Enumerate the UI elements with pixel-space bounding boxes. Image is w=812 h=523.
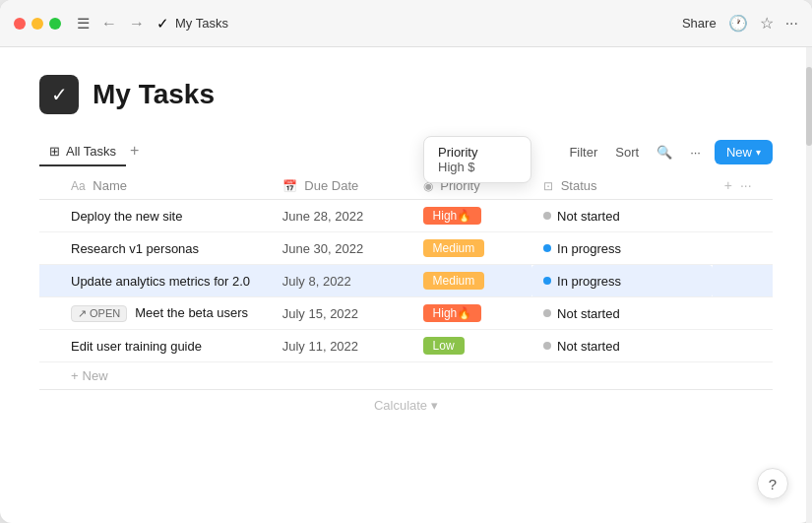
back-button[interactable]: ← [97, 13, 121, 34]
task-date-cell: June 28, 2022 [271, 200, 411, 232]
help-icon: ? [769, 476, 777, 492]
new-button[interactable]: New ▾ [715, 140, 773, 164]
page-header: ✓ My Tasks [39, 75, 773, 114]
status-value: Not started [543, 209, 701, 224]
task-priority-cell: Low [411, 330, 531, 362]
content-area: ✓ My Tasks ⊞ All Tasks + Filter Sort 🔍 ·… [0, 47, 812, 523]
task-date-cell: July 15, 2022 [271, 297, 411, 330]
status-col-icon: ⊡ [543, 179, 553, 193]
filter-button[interactable]: Filter [565, 141, 601, 163]
priority-badge: Medium [423, 239, 485, 257]
page-title: My Tasks [93, 79, 215, 110]
table-icon: ⊞ [49, 144, 60, 159]
table-row[interactable]: Deploy the new siteJune 28, 2022High🔥Not… [39, 200, 773, 232]
maximize-button[interactable] [49, 18, 61, 30]
traffic-lights [14, 18, 61, 30]
table-row[interactable]: ↗ OPENMeet the beta usersJuly 15, 2022Hi… [39, 297, 773, 330]
task-name-cell: Research v1 personas [39, 232, 271, 265]
table-row[interactable]: Research v1 personasJune 30, 2022MediumI… [39, 232, 773, 265]
titlebar: ☰ ← → ✓ My Tasks Share 🕐 ☆ ··· [0, 0, 812, 47]
task-table-container: Aa Name 📅 Due Date ◉ Priority ⊡ [39, 171, 773, 523]
add-tab-button[interactable]: + [126, 136, 143, 167]
task-actions-cell [713, 232, 773, 265]
task-actions-cell [713, 200, 773, 232]
minimize-button[interactable] [31, 18, 43, 30]
scrollbar-thumb[interactable] [806, 67, 812, 146]
calculate-button[interactable]: Calculate ▾ [39, 390, 773, 421]
th-actions: + ··· [713, 171, 773, 200]
task-name-cell: ↗ OPENMeet the beta users [39, 297, 271, 330]
priority-badge: Medium [423, 272, 485, 290]
priority-badge: High🔥 [423, 207, 482, 225]
task-date-cell: July 8, 2022 [271, 265, 411, 297]
sort-popup-subtitle: High $ [438, 160, 517, 174]
status-value: Not started [543, 339, 701, 354]
date-col-icon: 📅 [282, 179, 297, 193]
column-menu-icon[interactable]: ··· [740, 177, 752, 193]
more-menu-icon[interactable]: ··· [785, 15, 798, 33]
task-status-cell: In progress [531, 232, 713, 265]
table-row[interactable]: Update analytics metrics for 2.0July 8, … [39, 265, 773, 297]
task-priority-cell: Medium [411, 265, 531, 297]
status-col-label: Status [561, 178, 597, 193]
open-tag: ↗ OPEN [71, 305, 127, 322]
sort-popup-title: Priority [438, 145, 517, 160]
th-status: ⊡ Status [531, 171, 713, 200]
task-name: Research v1 personas [71, 241, 199, 256]
titlebar-page-title: My Tasks [175, 16, 228, 31]
forward-button[interactable]: → [125, 13, 149, 34]
share-button[interactable]: Share [682, 16, 717, 31]
status-value: Not started [543, 306, 701, 321]
add-row-icon: + [71, 368, 79, 383]
titlebar-right: Share 🕐 ☆ ··· [682, 14, 798, 33]
sort-button[interactable]: Sort [611, 141, 643, 163]
add-column-icon[interactable]: + [724, 177, 732, 193]
name-col-icon: Aa [71, 179, 86, 193]
task-priority-cell: High🔥 [411, 297, 531, 330]
priority-badge: High🔥 [423, 304, 482, 322]
more-options-icon[interactable]: ··· [686, 141, 705, 163]
task-name: Edit user training guide [71, 339, 202, 354]
name-col-label: Name [93, 178, 127, 193]
task-date-cell: June 30, 2022 [271, 232, 411, 265]
status-text: Not started [557, 209, 620, 224]
status-text: Not started [557, 306, 620, 321]
add-row-label: New [83, 368, 108, 383]
task-name: Deploy the new site [71, 209, 182, 224]
calculate-chevron: ▾ [431, 398, 438, 413]
close-button[interactable] [14, 18, 26, 30]
star-icon[interactable]: ☆ [760, 14, 774, 33]
scrollbar-track [806, 47, 812, 523]
task-priority-cell: Medium [411, 232, 531, 265]
status-value: In progress [543, 241, 701, 256]
search-icon[interactable]: 🔍 [653, 141, 676, 163]
task-table: Aa Name 📅 Due Date ◉ Priority ⊡ [39, 171, 773, 362]
task-name: Meet the beta users [135, 305, 248, 320]
task-name: Update analytics metrics for 2.0 [71, 274, 250, 289]
task-actions-cell [713, 297, 773, 330]
task-actions-cell [713, 330, 773, 362]
add-row-button[interactable]: + New [39, 362, 773, 389]
task-name-cell: Update analytics metrics for 2.0 [39, 265, 271, 297]
menu-icon[interactable]: ☰ [77, 15, 90, 33]
status-text: In progress [557, 241, 621, 256]
task-date-cell: July 11, 2022 [271, 330, 411, 362]
checkmark-icon: ✓ [51, 83, 68, 106]
status-dot [543, 309, 551, 317]
table-row[interactable]: Edit user training guideJuly 11, 2022Low… [39, 330, 773, 362]
task-status-cell: Not started [531, 297, 713, 330]
task-name-cell: Edit user training guide [39, 330, 271, 362]
help-button[interactable]: ? [757, 468, 788, 499]
calculate-label: Calculate [374, 398, 427, 413]
clock-icon[interactable]: 🕐 [728, 14, 748, 33]
nav-buttons: ← → [97, 13, 149, 34]
new-button-label: New [726, 145, 752, 160]
priority-badge: Low [423, 337, 465, 355]
main-window: ☰ ← → ✓ My Tasks Share 🕐 ☆ ··· ✓ My Task… [0, 0, 812, 523]
toolbar: ⊞ All Tasks + Filter Sort 🔍 ··· New ▾ [39, 136, 773, 167]
date-col-label: Due Date [304, 178, 358, 193]
sort-popup: Priority High $ [423, 136, 531, 183]
all-tasks-tab[interactable]: ⊞ All Tasks [39, 138, 126, 166]
task-status-cell: In progress [531, 265, 713, 297]
status-dot [543, 277, 551, 285]
